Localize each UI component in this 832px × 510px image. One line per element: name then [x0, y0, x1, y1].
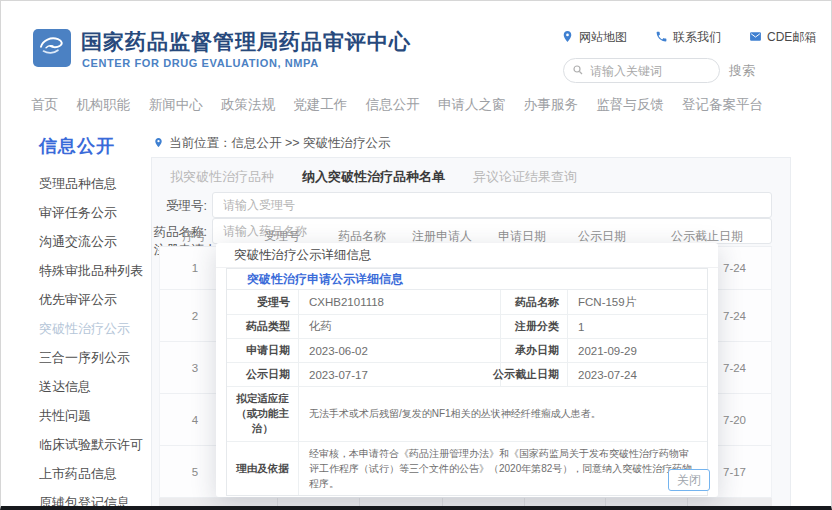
row-end-date: 7-24: [723, 362, 746, 374]
publicity-date-field-value: 2023-07-17: [299, 363, 500, 386]
sidebar-title: 信息公开: [39, 134, 115, 158]
search-icon: [572, 62, 584, 80]
sidebar-item-marketed-drugs[interactable]: 上市药品信息: [39, 459, 151, 488]
site-logo[interactable]: [33, 29, 71, 67]
sidebar-item-delivery-info[interactable]: 送达信息: [39, 372, 151, 401]
nav-item-info-disclosure[interactable]: 信息公开: [366, 96, 420, 114]
mail-icon: [749, 30, 762, 46]
contact-link[interactable]: 联系我们: [655, 29, 721, 46]
tab-objection-results[interactable]: 异议论证结果查询: [473, 168, 577, 186]
handle-date-field-value: 2021-09-29: [568, 339, 707, 362]
sidebar-item-special-approval[interactable]: 特殊审批品种列表: [39, 256, 151, 285]
col-header-no: 序号: [182, 228, 206, 245]
accept-no-input[interactable]: [212, 192, 772, 218]
drug-type-field-value: 化药: [299, 315, 500, 338]
reason-row: 理由及依据 经审核，本申请符合《药品注册管理办法》和《国家药监局关于发布突破性治…: [227, 442, 707, 495]
swan-logo-icon: [35, 29, 69, 67]
sidebar-item-priority-review[interactable]: 优先审评公示: [39, 285, 151, 314]
indication-label: 拟定适应症（或功能主治）: [227, 387, 299, 441]
accept-no-label: 受理号:: [147, 198, 207, 215]
publicity-end-field-label: 公示截止日期: [500, 363, 568, 386]
sidebar-item-three-in-one[interactable]: 三合一序列公示: [39, 343, 151, 372]
reg-class-field-label: 注册分类: [500, 315, 568, 338]
tab-bar: 拟突破性治疗品种 纳入突破性治疗品种名单 异议论证结果查询: [170, 168, 577, 186]
nav-item-party[interactable]: 党建工作: [293, 96, 347, 114]
mailbox-link[interactable]: CDE邮箱: [749, 29, 816, 46]
search-input[interactable]: [590, 64, 705, 78]
reason-label: 理由及依据: [227, 442, 299, 495]
sidebar-item-clinical-trial-license[interactable]: 临床试验默示许可: [39, 430, 151, 459]
publicity-date-field-label: 公示日期: [227, 363, 299, 386]
nav-item-registration-platform[interactable]: 登记备案平台: [682, 96, 763, 114]
search-button[interactable]: 搜索: [729, 62, 755, 80]
detail-row: 公示日期 2023-07-17 公示截止日期 2023-07-24: [227, 363, 707, 387]
breadcrumb-pin-icon: [153, 136, 164, 152]
indication-value: 无法手术或术后残留/复发的NF1相关的丛状神经纤维瘤成人患者。: [299, 387, 707, 441]
modal-title: 突破性治疗公示详细信息: [216, 243, 718, 268]
nav-item-news[interactable]: 新闻中心: [149, 96, 203, 114]
table-header-row: 序号 受理号 药品名称 注册申请人 申请日期 公示日期 公示截止日期: [152, 228, 772, 242]
sitemap-link[interactable]: 网站地图: [561, 29, 627, 46]
nav-item-home[interactable]: 首页: [31, 96, 58, 114]
close-button[interactable]: 关闭: [668, 469, 710, 491]
site-title: 国家药品监督管理局药品审评中心: [81, 28, 411, 56]
mailbox-label: CDE邮箱: [767, 29, 816, 46]
apply-date-field-value: 2023-06-02: [299, 339, 500, 362]
reg-class-field-value: 1: [568, 315, 707, 338]
detail-row: 申请日期 2023-06-02 承办日期 2021-09-29: [227, 339, 707, 363]
nav-item-services[interactable]: 办事服务: [524, 96, 578, 114]
table-row-partial: [159, 498, 772, 508]
drug-type-field-label: 药品类型: [227, 315, 299, 338]
phone-icon: [655, 30, 668, 46]
sidebar-item-accepted-varieties[interactable]: 受理品种信息: [39, 169, 151, 198]
drug-name-field-value: FCN-159片: [568, 290, 707, 314]
modal-detail-table: 突破性治疗申请公示详细信息 受理号 CXHB2101118 药品名称 FCN-1…: [226, 268, 708, 496]
sidebar-item-common-issues[interactable]: 共性问题: [39, 401, 151, 430]
detail-row: 药品类型 化药 注册分类 1: [227, 315, 707, 339]
indication-row: 拟定适应症（或功能主治） 无法手术或术后残留/复发的NF1相关的丛状神经纤维瘤成…: [227, 387, 707, 442]
nav-item-functions[interactable]: 机构职能: [76, 96, 130, 114]
tab-included-breakthrough-list[interactable]: 纳入突破性治疗品种名单: [302, 168, 445, 186]
site-subtitle: CENTER FOR DRUG EVALUATION, NMPA: [82, 57, 319, 69]
detail-row: 受理号 CXHB2101118 药品名称 FCN-159片: [227, 290, 707, 315]
nav-item-supervision[interactable]: 监督与反馈: [596, 96, 664, 114]
location-pin-icon: [561, 30, 574, 46]
reason-value: 经审核，本申请符合《药品注册管理办法》和《国家药监局关于发布突破性治疗药物审评工…: [299, 442, 707, 495]
sidebar-menu: 受理品种信息 审评任务公示 沟通交流公示 特殊审批品种列表 优先审评公示 突破性…: [39, 169, 151, 510]
page: 国家药品监督管理局药品审评中心 CENTER FOR DRUG EVALUATI…: [0, 0, 832, 510]
sidebar-item-review-tasks[interactable]: 审评任务公示: [39, 198, 151, 227]
nav-item-applicant[interactable]: 申请人之窗: [438, 96, 506, 114]
tab-proposed-breakthrough[interactable]: 拟突破性治疗品种: [170, 168, 274, 186]
breadcrumb: 当前位置：信息公开 >> 突破性治疗公示: [153, 135, 391, 152]
sitemap-label: 网站地图: [579, 29, 627, 46]
handle-date-field-label: 承办日期: [500, 339, 568, 362]
row-end-date: 7-24: [723, 310, 746, 322]
row-end-date: 7-17: [723, 466, 746, 478]
row-end-date: 7-24: [723, 262, 746, 274]
header-links: 网站地图 联系我们 CDE邮箱: [561, 29, 816, 46]
drug-name-field-label: 药品名称: [500, 290, 568, 314]
modal-section-title: 突破性治疗申请公示详细信息: [227, 269, 707, 290]
detail-modal: 突破性治疗公示详细信息 突破性治疗申请公示详细信息 受理号 CXHB210111…: [216, 243, 718, 497]
main-nav: 首页 机构职能 新闻中心 政策法规 党建工作 信息公开 申请人之窗 办事服务 监…: [31, 91, 763, 119]
row-end-date: 7-20: [723, 414, 746, 426]
sidebar-item-excipients-registration[interactable]: 原辅包登记信息: [39, 488, 151, 510]
breadcrumb-text: 当前位置：信息公开 >> 突破性治疗公示: [169, 135, 391, 152]
nav-item-policy[interactable]: 政策法规: [221, 96, 275, 114]
apply-date-field-label: 申请日期: [227, 339, 299, 362]
publicity-end-field-value: 2023-07-24: [568, 363, 707, 386]
search-box: [563, 58, 720, 83]
accept-no-field-label: 受理号: [227, 290, 299, 314]
accept-no-field-value: CXHB2101118: [299, 290, 500, 314]
sidebar-item-breakthrough-therapy[interactable]: 突破性治疗公示: [39, 314, 151, 343]
contact-label: 联系我们: [673, 29, 721, 46]
sidebar-item-communication[interactable]: 沟通交流公示: [39, 227, 151, 256]
